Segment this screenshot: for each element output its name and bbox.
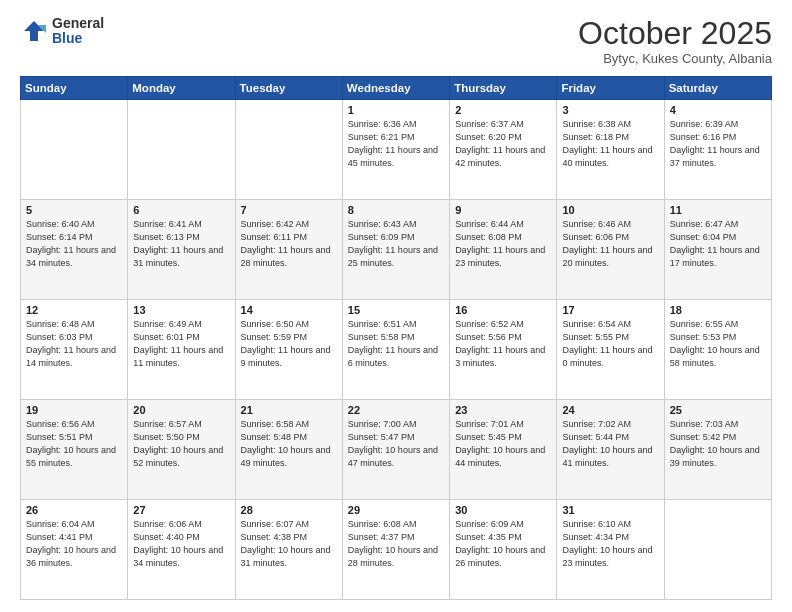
day-number: 1: [348, 104, 444, 116]
day-number: 31: [562, 504, 658, 516]
table-row: 16Sunrise: 6:52 AM Sunset: 5:56 PM Dayli…: [450, 300, 557, 400]
table-row: 27Sunrise: 6:06 AM Sunset: 4:40 PM Dayli…: [128, 500, 235, 600]
table-row: 29Sunrise: 6:08 AM Sunset: 4:37 PM Dayli…: [342, 500, 449, 600]
day-info: Sunrise: 7:00 AM Sunset: 5:47 PM Dayligh…: [348, 418, 444, 470]
day-number: 12: [26, 304, 122, 316]
table-row: 7Sunrise: 6:42 AM Sunset: 6:11 PM Daylig…: [235, 200, 342, 300]
logo: General Blue: [20, 16, 104, 47]
table-row: 3Sunrise: 6:38 AM Sunset: 6:18 PM Daylig…: [557, 100, 664, 200]
table-row: [235, 100, 342, 200]
day-info: Sunrise: 6:57 AM Sunset: 5:50 PM Dayligh…: [133, 418, 229, 470]
svg-marker-0: [24, 21, 44, 41]
day-number: 5: [26, 204, 122, 216]
table-row: 31Sunrise: 6:10 AM Sunset: 4:34 PM Dayli…: [557, 500, 664, 600]
day-number: 29: [348, 504, 444, 516]
day-info: Sunrise: 6:47 AM Sunset: 6:04 PM Dayligh…: [670, 218, 766, 270]
day-number: 9: [455, 204, 551, 216]
day-info: Sunrise: 7:02 AM Sunset: 5:44 PM Dayligh…: [562, 418, 658, 470]
day-info: Sunrise: 6:06 AM Sunset: 4:40 PM Dayligh…: [133, 518, 229, 570]
table-row: 21Sunrise: 6:58 AM Sunset: 5:48 PM Dayli…: [235, 400, 342, 500]
day-info: Sunrise: 6:54 AM Sunset: 5:55 PM Dayligh…: [562, 318, 658, 370]
day-info: Sunrise: 6:55 AM Sunset: 5:53 PM Dayligh…: [670, 318, 766, 370]
day-number: 26: [26, 504, 122, 516]
calendar: Sunday Monday Tuesday Wednesday Thursday…: [20, 76, 772, 600]
day-number: 14: [241, 304, 337, 316]
table-row: 25Sunrise: 7:03 AM Sunset: 5:42 PM Dayli…: [664, 400, 771, 500]
day-number: 6: [133, 204, 229, 216]
day-info: Sunrise: 6:37 AM Sunset: 6:20 PM Dayligh…: [455, 118, 551, 170]
location: Bytyc, Kukes County, Albania: [578, 51, 772, 66]
day-number: 4: [670, 104, 766, 116]
day-number: 2: [455, 104, 551, 116]
table-row: 8Sunrise: 6:43 AM Sunset: 6:09 PM Daylig…: [342, 200, 449, 300]
calendar-week-row: 12Sunrise: 6:48 AM Sunset: 6:03 PM Dayli…: [21, 300, 772, 400]
header-saturday: Saturday: [664, 77, 771, 100]
day-number: 11: [670, 204, 766, 216]
logo-icon: [20, 17, 48, 45]
day-number: 21: [241, 404, 337, 416]
table-row: 13Sunrise: 6:49 AM Sunset: 6:01 PM Dayli…: [128, 300, 235, 400]
day-number: 19: [26, 404, 122, 416]
table-row: 19Sunrise: 6:56 AM Sunset: 5:51 PM Dayli…: [21, 400, 128, 500]
day-info: Sunrise: 7:01 AM Sunset: 5:45 PM Dayligh…: [455, 418, 551, 470]
calendar-week-row: 19Sunrise: 6:56 AM Sunset: 5:51 PM Dayli…: [21, 400, 772, 500]
table-row: 15Sunrise: 6:51 AM Sunset: 5:58 PM Dayli…: [342, 300, 449, 400]
day-number: 24: [562, 404, 658, 416]
table-row: 20Sunrise: 6:57 AM Sunset: 5:50 PM Dayli…: [128, 400, 235, 500]
day-info: Sunrise: 6:40 AM Sunset: 6:14 PM Dayligh…: [26, 218, 122, 270]
day-info: Sunrise: 6:08 AM Sunset: 4:37 PM Dayligh…: [348, 518, 444, 570]
day-info: Sunrise: 6:50 AM Sunset: 5:59 PM Dayligh…: [241, 318, 337, 370]
calendar-week-row: 26Sunrise: 6:04 AM Sunset: 4:41 PM Dayli…: [21, 500, 772, 600]
day-number: 20: [133, 404, 229, 416]
day-info: Sunrise: 6:51 AM Sunset: 5:58 PM Dayligh…: [348, 318, 444, 370]
header-monday: Monday: [128, 77, 235, 100]
table-row: 1Sunrise: 6:36 AM Sunset: 6:21 PM Daylig…: [342, 100, 449, 200]
day-info: Sunrise: 6:07 AM Sunset: 4:38 PM Dayligh…: [241, 518, 337, 570]
day-number: 25: [670, 404, 766, 416]
table-row: [21, 100, 128, 200]
table-row: 6Sunrise: 6:41 AM Sunset: 6:13 PM Daylig…: [128, 200, 235, 300]
table-row: 5Sunrise: 6:40 AM Sunset: 6:14 PM Daylig…: [21, 200, 128, 300]
day-info: Sunrise: 6:10 AM Sunset: 4:34 PM Dayligh…: [562, 518, 658, 570]
table-row: [664, 500, 771, 600]
day-info: Sunrise: 6:39 AM Sunset: 6:16 PM Dayligh…: [670, 118, 766, 170]
day-number: 22: [348, 404, 444, 416]
header-wednesday: Wednesday: [342, 77, 449, 100]
day-info: Sunrise: 6:48 AM Sunset: 6:03 PM Dayligh…: [26, 318, 122, 370]
day-number: 13: [133, 304, 229, 316]
day-info: Sunrise: 6:41 AM Sunset: 6:13 PM Dayligh…: [133, 218, 229, 270]
header-tuesday: Tuesday: [235, 77, 342, 100]
day-info: Sunrise: 6:09 AM Sunset: 4:35 PM Dayligh…: [455, 518, 551, 570]
day-number: 3: [562, 104, 658, 116]
logo-blue-text: Blue: [52, 31, 104, 46]
day-number: 27: [133, 504, 229, 516]
day-number: 28: [241, 504, 337, 516]
day-info: Sunrise: 7:03 AM Sunset: 5:42 PM Dayligh…: [670, 418, 766, 470]
day-info: Sunrise: 6:04 AM Sunset: 4:41 PM Dayligh…: [26, 518, 122, 570]
page: General Blue October 2025 Bytyc, Kukes C…: [0, 0, 792, 612]
logo-text: General Blue: [52, 16, 104, 47]
header-friday: Friday: [557, 77, 664, 100]
table-row: 12Sunrise: 6:48 AM Sunset: 6:03 PM Dayli…: [21, 300, 128, 400]
day-info: Sunrise: 6:58 AM Sunset: 5:48 PM Dayligh…: [241, 418, 337, 470]
day-number: 8: [348, 204, 444, 216]
table-row: 18Sunrise: 6:55 AM Sunset: 5:53 PM Dayli…: [664, 300, 771, 400]
day-number: 15: [348, 304, 444, 316]
day-number: 17: [562, 304, 658, 316]
table-row: 26Sunrise: 6:04 AM Sunset: 4:41 PM Dayli…: [21, 500, 128, 600]
day-info: Sunrise: 6:52 AM Sunset: 5:56 PM Dayligh…: [455, 318, 551, 370]
table-row: 9Sunrise: 6:44 AM Sunset: 6:08 PM Daylig…: [450, 200, 557, 300]
calendar-week-row: 5Sunrise: 6:40 AM Sunset: 6:14 PM Daylig…: [21, 200, 772, 300]
table-row: 23Sunrise: 7:01 AM Sunset: 5:45 PM Dayli…: [450, 400, 557, 500]
title-block: October 2025 Bytyc, Kukes County, Albani…: [578, 16, 772, 66]
day-number: 23: [455, 404, 551, 416]
day-info: Sunrise: 6:42 AM Sunset: 6:11 PM Dayligh…: [241, 218, 337, 270]
table-row: 17Sunrise: 6:54 AM Sunset: 5:55 PM Dayli…: [557, 300, 664, 400]
header-thursday: Thursday: [450, 77, 557, 100]
month-title: October 2025: [578, 16, 772, 51]
weekday-header-row: Sunday Monday Tuesday Wednesday Thursday…: [21, 77, 772, 100]
day-number: 7: [241, 204, 337, 216]
table-row: 4Sunrise: 6:39 AM Sunset: 6:16 PM Daylig…: [664, 100, 771, 200]
table-row: 14Sunrise: 6:50 AM Sunset: 5:59 PM Dayli…: [235, 300, 342, 400]
day-number: 30: [455, 504, 551, 516]
